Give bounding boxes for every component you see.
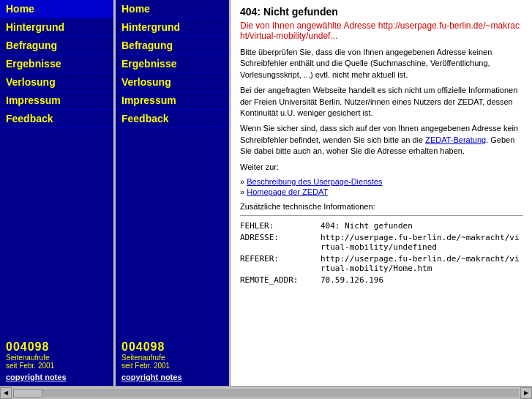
sidebar-item-right-home[interactable]: Home [116, 0, 229, 18]
tech-info-label: Zusätzliche technische Informationen: [240, 202, 523, 211]
scroll-track[interactable] [13, 389, 519, 398]
sidebar-item-left-befragung[interactable]: Befragung [0, 37, 113, 55]
scroll-right-btn[interactable]: ▶ [520, 387, 532, 399]
tech-key-1: ADRESSE: [240, 233, 321, 252]
counter-label2-right: seit Febr. 2001 [121, 362, 223, 370]
counter-label1-right: Seitenaufrufe [121, 354, 223, 362]
sidebar-footer-left: 004098 Seitenaufrufe seit Febr. 2001 cop… [0, 336, 113, 386]
zedat-link[interactable]: ZEDAT-Beratung [425, 135, 486, 144]
counter-label2-left: seit Febr. 2001 [6, 362, 108, 370]
sidebar-left: HomeHintergrundBefragungErgebnisseVerlos… [0, 0, 113, 386]
tech-row-3: REMOTE_ADDR:70.59.126.196 [240, 275, 523, 285]
counter-left: 004098 [6, 340, 108, 354]
link-list: Beschreibung des Userpage-Dienstes Homep… [240, 177, 523, 196]
paragraph1: Bitte überprüfen Sie, dass die von Ihnen… [240, 47, 523, 81]
tech-val-0: 404: Nicht gefunden [321, 221, 413, 231]
nav-left: HomeHintergrundBefragungErgebnisseVerlos… [0, 0, 113, 128]
link-item-1: Beschreibung des Userpage-Dienstes [240, 177, 523, 186]
link-beschreibung[interactable]: Beschreibung des Userpage-Dienstes [247, 177, 382, 186]
weiter-label: Weiter zur: [240, 162, 523, 173]
tech-val-2: http://userpage.fu-berlin.de/~makracht/v… [321, 254, 523, 273]
sidebar-item-right-verlosung[interactable]: Verlosung [116, 73, 229, 92]
nav-right: HomeHintergrundBefragungErgebnisseVerlos… [116, 0, 229, 128]
link-zedat[interactable]: Homepage der ZEDAT [247, 187, 328, 196]
error-title: 404: Nicht gefunden [240, 6, 523, 18]
link-item-2: Homepage der ZEDAT [240, 187, 523, 196]
sidebar-item-left-verlosung[interactable]: Verlosung [0, 73, 113, 92]
nav-spacer-left [0, 128, 113, 336]
tech-val-1: http://userpage.fu-berlin.de/~makracht/v… [321, 233, 523, 252]
counter-right: 004098 [121, 340, 223, 354]
tech-key-0: FEHLER: [240, 221, 321, 231]
bottom-scrollbar: ◀ ▶ [0, 386, 532, 399]
copyright-left[interactable]: copyright notes [6, 373, 67, 381]
sidebar-item-left-feedback[interactable]: Feedback [0, 110, 113, 128]
tech-row-1: ADRESSE:http://userpage.fu-berlin.de/~ma… [240, 233, 523, 252]
tech-table: FEHLER:404: Nicht gefundenADRESSE:http:/… [240, 215, 523, 285]
copyright-right[interactable]: copyright notes [121, 373, 182, 381]
scroll-thumb[interactable] [13, 389, 42, 398]
sidebar-item-left-impressum[interactable]: Impressum [0, 92, 113, 110]
paragraph2: Bei der angefragten Webseite handelt es … [240, 85, 523, 119]
tech-row-0: FEHLER:404: Nicht gefunden [240, 221, 523, 231]
sidebar-item-left-ergebnisse[interactable]: Ergebnisse [0, 55, 113, 73]
tech-row-2: REFERER:http://userpage.fu-berlin.de/~ma… [240, 254, 523, 273]
counter-label1-left: Seitenaufrufe [6, 354, 108, 362]
scroll-left-btn[interactable]: ◀ [0, 387, 12, 399]
sidebar-footer-right: 004098 Seitenaufrufe seit Febr. 2001 cop… [116, 336, 229, 386]
tech-val-3: 70.59.126.196 [321, 275, 383, 285]
sidebar-item-right-hintergrund[interactable]: Hintergrund [116, 18, 229, 37]
error-url: Die von Ihnen angewählte Adresse http://… [240, 20, 523, 41]
content-area: 404: Nicht gefunden Die von Ihnen angewä… [231, 0, 532, 386]
main-layout: HomeHintergrundBefragungErgebnisseVerlos… [0, 0, 532, 386]
nav-spacer-right [116, 128, 229, 336]
tech-key-3: REMOTE_ADDR: [240, 275, 321, 285]
sidebar-right: HomeHintergrundBefragungErgebnisseVerlos… [116, 0, 229, 386]
sidebar-item-right-feedback[interactable]: Feedback [116, 110, 229, 128]
sidebar-item-right-ergebnisse[interactable]: Ergebnisse [116, 55, 229, 73]
sidebar-item-right-befragung[interactable]: Befragung [116, 37, 229, 55]
tech-key-2: REFERER: [240, 254, 321, 273]
paragraph3-pre: Wenn Sie sicher sind, dass sich auf der … [240, 123, 523, 157]
sidebar-item-left-home[interactable]: Home [0, 0, 113, 18]
sidebar-item-left-hintergrund[interactable]: Hintergrund [0, 18, 113, 37]
sidebar-item-right-impressum[interactable]: Impressum [116, 92, 229, 110]
